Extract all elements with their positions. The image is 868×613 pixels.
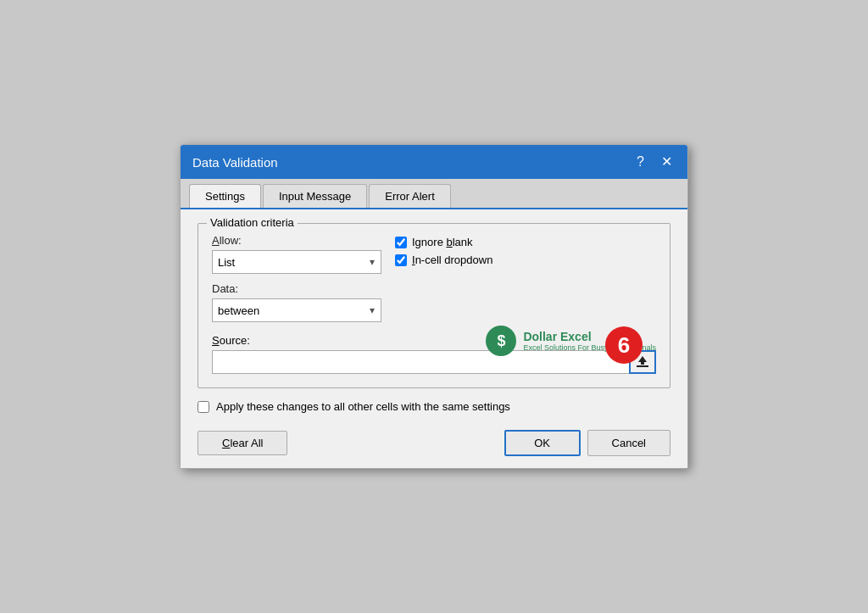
ok-button[interactable]: OK	[504, 430, 581, 456]
svg-rect-0	[637, 365, 648, 367]
svg-marker-1	[638, 356, 647, 365]
close-button[interactable]: ✕	[658, 153, 676, 170]
step-badge-6: 6	[605, 326, 643, 364]
data-select-wrapper: between not between equal to not equal t…	[212, 298, 381, 322]
ignore-blank-row: Ignore blank	[395, 236, 656, 248]
ignore-blank-checkbox[interactable]	[395, 237, 407, 248]
checkbox-group: Ignore blank In-cell dropdown	[395, 234, 656, 266]
footer-buttons: Clear All OK Cancel	[198, 426, 670, 456]
tab-settings[interactable]: Settings	[189, 184, 261, 208]
source-section: $ Dollar Excel Excel Solutions For Busy …	[212, 334, 656, 374]
clear-all-button[interactable]: Clear All	[198, 431, 287, 455]
tab-error-alert[interactable]: Error Alert	[369, 184, 451, 208]
source-btn-wrapper: 6	[629, 350, 656, 374]
data-validation-dialog: Data Validation ? ✕ Settings Input Messa…	[180, 144, 688, 469]
in-cell-dropdown-row: In-cell dropdown	[395, 254, 656, 266]
validation-criteria-section: Validation criteria Allow: List Any valu…	[198, 223, 670, 388]
ignore-blank-label[interactable]: Ignore blank	[412, 236, 473, 248]
allow-row: Allow: List Any value Whole number Decim…	[212, 234, 656, 274]
data-row: Data: between not between equal to not e…	[212, 282, 656, 322]
help-button[interactable]: ?	[633, 153, 648, 170]
apply-changes-row: Apply these changes to all other cells w…	[198, 400, 670, 413]
tabs-bar: Settings Input Message Error Alert	[181, 179, 687, 208]
right-buttons-group: OK Cancel	[504, 430, 670, 456]
title-bar: Data Validation ? ✕	[181, 145, 687, 179]
in-cell-dropdown-label[interactable]: In-cell dropdown	[412, 254, 492, 266]
apply-changes-checkbox[interactable]	[198, 401, 209, 413]
data-select[interactable]: between not between equal to not equal t…	[212, 298, 381, 322]
dialog-title: Data Validation	[192, 155, 278, 170]
title-bar-controls: ? ✕	[633, 153, 676, 170]
allow-field: Allow: List Any value Whole number Decim…	[212, 234, 381, 274]
cancel-button[interactable]: Cancel	[587, 430, 670, 456]
section-legend: Validation criteria	[207, 216, 298, 229]
allow-select-wrapper: List Any value Whole number Decimal Date…	[212, 250, 381, 274]
allow-select[interactable]: List Any value Whole number Decimal Date…	[212, 250, 381, 274]
allow-label: Allow:	[212, 234, 381, 247]
apply-changes-label[interactable]: Apply these changes to all other cells w…	[216, 400, 510, 413]
dollar-excel-icon: $	[486, 326, 516, 356]
data-label: Data:	[212, 282, 656, 295]
tab-input-message[interactable]: Input Message	[263, 184, 367, 208]
dialog-body: Validation criteria Allow: List Any valu…	[181, 208, 687, 468]
in-cell-dropdown-checkbox[interactable]	[395, 254, 407, 266]
